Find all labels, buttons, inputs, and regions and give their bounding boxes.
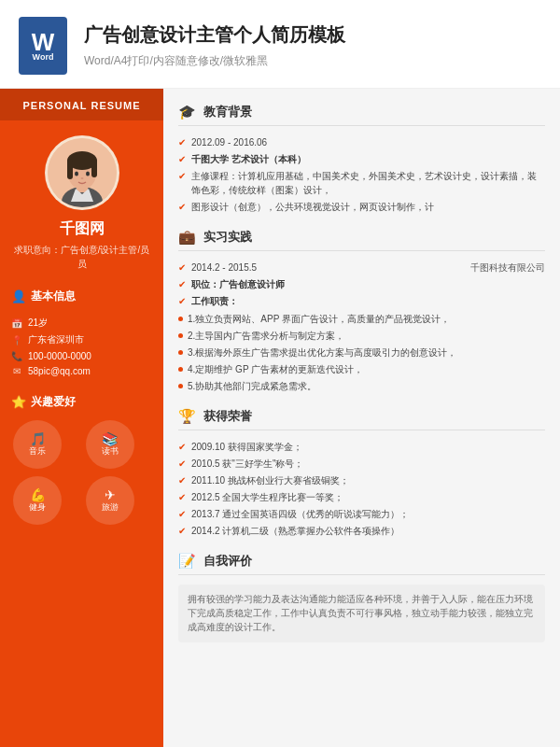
edu-courses-text-2: 图形设计（创意），公共环境视觉设计，网页设计制作，计 — [191, 200, 434, 214]
phone-icon: 📞 — [11, 350, 22, 361]
svg-point-9 — [80, 177, 83, 179]
age-icon: 📅 — [11, 317, 22, 329]
award-check-3: ✔ — [178, 475, 186, 486]
email-icon: ✉ — [11, 365, 22, 376]
award-5: ✔ 2013.7 通过全国英语四级（优秀的听说读写能力）； — [178, 507, 545, 521]
self-eval-text: 拥有较强的学习能力及表达沟通能力能适应各种环境，并善于入人际，能在压力环境下完成… — [188, 592, 536, 635]
word-icon: W Word — [19, 17, 67, 75]
svg-rect-5 — [67, 159, 73, 179]
hobby-fitness: 💪 健身 — [13, 476, 62, 525]
hobbies-label: 兴趣爱好 — [31, 394, 76, 410]
location-icon: 📍 — [11, 334, 22, 345]
awards-section: 🏆 获得荣誉 ✔ 2009.10 获得国家奖学金； ✔ 2010.5 获"三好学… — [178, 408, 545, 538]
award-check-2: ✔ — [178, 458, 186, 469]
bullet-text-4: 4.定期维护 GP 广告素材的更新迭代设计， — [188, 362, 363, 376]
bullet-dot-2 — [178, 333, 183, 338]
self-eval-title: 📝 自我评价 — [178, 553, 545, 575]
work-position: ✔ 职位：广告创意设计师 — [178, 277, 545, 291]
sidebar: PERSONAL RESUME — [0, 89, 163, 747]
award-3: ✔ 2011.10 挑战杯创业行大赛省级铜奖； — [178, 473, 545, 487]
hobby-travel: ✈ 旅游 — [86, 476, 134, 525]
star-icon: ⭐ — [11, 395, 26, 410]
email-item: ✉ 58pic@qq.com — [0, 363, 163, 378]
sidebar-header: PERSONAL RESUME — [0, 89, 163, 120]
bullet-2: 2.主导国内广告需求分析与制定方案， — [178, 329, 545, 343]
basic-info-title: 👤 基本信息 — [0, 284, 163, 309]
award-2: ✔ 2010.5 获"三好学生"称号； — [178, 457, 545, 471]
internship-title-text: 实习实践 — [203, 229, 252, 246]
page-subtitle: Word/A4打印/内容随意修改/微软雅黑 — [84, 53, 345, 69]
award-text-1: 2009.10 获得国家奖学金； — [191, 440, 302, 454]
check-icon-3: ✔ — [178, 171, 186, 181]
music-icon: 🎵 — [30, 432, 46, 445]
award-check-4: ✔ — [178, 492, 186, 502]
check-icon-2: ✔ — [178, 154, 186, 164]
self-eval-section: 📝 自我评价 拥有较强的学习能力及表达沟通能力能适应各种环境，并善于入人际，能在… — [178, 553, 545, 642]
check-icon-6: ✔ — [178, 279, 186, 289]
word-icon-label: Word — [33, 52, 54, 62]
check-icon-1: ✔ — [178, 137, 186, 148]
education-icon: 🎓 — [178, 104, 196, 120]
reading-icon: 📚 — [102, 432, 118, 445]
award-1: ✔ 2009.10 获得国家奖学金； — [178, 440, 545, 454]
svg-point-8 — [86, 172, 90, 176]
sidebar-name: 千图网 — [60, 219, 105, 239]
edu-courses-2: ✔ 图形设计（创意），公共环境视觉设计，网页设计制作，计 — [178, 200, 545, 214]
bullet-5: 5.协助其他部门完成紧急需求。 — [178, 379, 545, 393]
person-icon: 👤 — [11, 289, 26, 304]
bullet-dot-5 — [178, 384, 183, 388]
hobby-reading: 📚 读书 — [86, 420, 134, 469]
reading-label: 读书 — [102, 445, 119, 458]
travel-icon: ✈ — [105, 488, 116, 501]
check-icon-5: ✔ — [178, 262, 186, 273]
phone-item: 📞 100-0000-0000 — [0, 348, 163, 363]
eval-icon: 📝 — [178, 553, 196, 570]
check-icon-4: ✔ — [178, 202, 186, 212]
education-title: 🎓 教育背景 — [178, 104, 545, 126]
edu-school-text: 千图大学 艺术设计（本科） — [191, 152, 306, 166]
bullet-dot-1 — [178, 317, 183, 321]
award-text-6: 2014.2 计算机二级（熟悉掌握办公软件各项操作） — [191, 524, 399, 538]
internship-icon: 💼 — [178, 229, 196, 246]
phone-text: 100-0000-0000 — [28, 351, 91, 361]
page-title: 广告创意设计主管个人简历模板 — [84, 22, 345, 48]
bullet-text-1: 1.独立负责网站、APP 界面广告设计，高质量的产品视觉设计， — [188, 312, 450, 326]
sidebar-header-text: PERSONAL RESUME — [22, 100, 140, 111]
check-icon-7: ✔ — [178, 296, 186, 306]
awards-title-text: 获得荣誉 — [203, 408, 252, 425]
awards-title: 🏆 获得荣誉 — [178, 408, 545, 430]
work-position-text: 职位：广告创意设计师 — [191, 277, 285, 291]
location-item: 📍 广东省深圳市 — [0, 331, 163, 348]
award-4: ✔ 2012.5 全国大学生程序比赛一等奖； — [178, 490, 545, 504]
edu-date: ✔ 2012.09 - 2016.06 — [178, 135, 545, 149]
main-area: 🎓 教育背景 ✔ 2012.09 - 2016.06 ✔ 千图大学 艺术设计（本… — [163, 89, 560, 747]
main-content: PERSONAL RESUME — [0, 89, 560, 747]
fitness-label: 健身 — [29, 501, 46, 514]
company-name-text: 千图科技有限公司 — [470, 261, 545, 275]
award-text-2: 2010.5 获"三好学生"称号； — [191, 457, 303, 471]
hobbies-title: ⭐ 兴趣爱好 — [0, 389, 163, 415]
edu-courses-text: 主修课程：计算机应用基础，中国美术史，外国美术史，艺术设计史，设计素描，装饰色彩… — [191, 169, 545, 197]
hobbies-grid: 🎵 音乐 📚 读书 💪 健身 ✈ 旅游 — [0, 420, 163, 525]
work-responsibility-label: ✔ 工作职责： — [178, 294, 545, 308]
education-title-text: 教育背景 — [203, 104, 252, 120]
bullet-3: 3.根据海外原生广告需求提出优化方案与高度吸引力的创意设计， — [178, 345, 545, 359]
sidebar-job-title: 求职意向：广告创意/设计主管/员员 — [0, 243, 163, 271]
self-eval-box: 拥有较强的学习能力及表达沟通能力能适应各种环境，并善于入人际，能在压力环境下完成… — [178, 585, 545, 642]
bullet-1: 1.独立负责网站、APP 界面广告设计，高质量的产品视觉设计， — [178, 312, 545, 326]
award-6: ✔ 2014.2 计算机二级（熟悉掌握办公软件各项操作） — [178, 524, 545, 538]
work-date-text: 2014.2 - 2015.5 — [191, 261, 257, 275]
email-text: 58pic@qq.com — [28, 366, 91, 376]
avatar — [45, 135, 119, 210]
bullet-text-2: 2.主导国内广告需求分析与制定方案， — [188, 329, 344, 343]
bullet-text-5: 5.协助其他部门完成紧急需求。 — [188, 379, 316, 393]
age-item: 📅 21岁 — [0, 315, 163, 331]
edu-courses: ✔ 主修课程：计算机应用基础，中国美术史，外国美术史，艺术设计史，设计素描，装饰… — [178, 169, 545, 197]
word-icon-letter: W — [32, 30, 55, 54]
fitness-icon: 💪 — [30, 488, 46, 501]
page-header: W Word 广告创意设计主管个人简历模板 Word/A4打印/内容随意修改/微… — [0, 0, 560, 89]
svg-point-7 — [75, 172, 78, 176]
location-text: 广东省深圳市 — [28, 333, 84, 346]
education-section: 🎓 教育背景 ✔ 2012.09 - 2016.06 ✔ 千图大学 艺术设计（本… — [178, 104, 545, 214]
svg-rect-6 — [91, 159, 97, 177]
